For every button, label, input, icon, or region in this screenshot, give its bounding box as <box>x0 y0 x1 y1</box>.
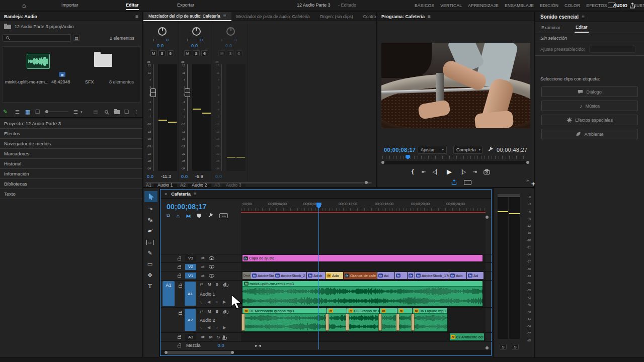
sort-icon[interactable]: ☰ <box>73 109 78 115</box>
program-mini-ruler[interactable] <box>382 156 529 159</box>
bin-item-folder[interactable]: SFX 8 elementos <box>73 48 139 101</box>
track-a2-lane[interactable]: fx01 Mezclando granos.mp3 fx fx03 Granos… <box>241 308 486 332</box>
workspace-efectos[interactable]: EFECTOS <box>583 3 610 8</box>
sync-lock-icon[interactable]: ⇄ <box>201 274 205 278</box>
tag-button-efectos[interactable]: Efectos especiales <box>541 115 638 125</box>
bin-item-audio[interactable]: ▦ mixkit-uplift-me-rem... 48:42048 <box>5 48 71 101</box>
mixer-scrollbar-knob[interactable] <box>365 181 368 184</box>
pen-tool[interactable]: ✎ <box>143 247 156 258</box>
nest-toggle-icon[interactable]: ⧉ <box>167 213 170 219</box>
program-tab[interactable]: Programa: Cafetería <box>381 14 425 19</box>
bin-filter-icon[interactable]: ▤ <box>73 35 80 41</box>
bin-panel-menu-icon[interactable]: ≡ <box>135 14 138 19</box>
voiceover-record-mic-icon[interactable] <box>223 335 225 339</box>
solo-button[interactable]: S <box>215 309 218 314</box>
tab-track-mixer[interactable]: Mezclador de pista de audio: Cafetería <box>231 12 315 21</box>
new-bin-icon[interactable] <box>114 110 120 114</box>
tab-examinar[interactable]: Examinar <box>541 25 560 30</box>
timeline-settings-wrench-icon[interactable] <box>207 213 213 219</box>
sync-lock-icon[interactable]: ⇄ <box>201 264 205 269</box>
menu-editar[interactable]: Editar <box>126 3 139 10</box>
mute-button[interactable]: M <box>150 50 157 56</box>
menu-exportar[interactable]: Exportar <box>177 3 194 8</box>
quick-export-icon[interactable] <box>629 2 636 9</box>
keyframe-toggle-icon[interactable]: ◦, <box>200 300 202 304</box>
voiceover-record-mic-icon[interactable] <box>224 283 226 286</box>
crossfade-transition[interactable] <box>411 314 415 331</box>
pan-knob[interactable] <box>158 27 167 36</box>
track-a3-lane[interactable]: fx 07 Ambiente del <box>241 333 486 341</box>
prev-keyframe-icon[interactable]: ◀ <box>207 325 210 330</box>
fader-handle[interactable] <box>185 88 190 97</box>
tag-button-ambiente[interactable]: Ambiente <box>541 129 638 139</box>
vscroll-knob-top[interactable] <box>486 216 489 219</box>
solo-right-button[interactable]: S <box>512 344 519 350</box>
rectangle-tool[interactable]: ▭ <box>143 258 156 269</box>
workspace-aprendizaje[interactable]: APRENDIZAJE <box>465 3 502 8</box>
slip-tool[interactable]: |↔| <box>143 236 156 247</box>
pan-value[interactable]: 0.0 <box>225 43 232 48</box>
thumbnail-view-icon[interactable]: ▦ <box>25 109 30 115</box>
add-keyframe-icon[interactable]: ○ <box>215 325 218 330</box>
play-button-icon[interactable]: ▶ <box>447 168 452 175</box>
transition-dissolve[interactable]: Disol <box>243 272 251 279</box>
track-a3-label[interactable]: A3 <box>185 334 196 340</box>
workspace-vertical[interactable]: VERTICAL <box>437 3 465 8</box>
timeline-tab-close-icon[interactable]: × <box>165 192 167 197</box>
clip-mixkit-audio[interactable]: fxmixkit-uplift-me-remix.mp3 <box>243 281 482 306</box>
solo-button[interactable]: S <box>193 50 200 56</box>
fader-track[interactable] <box>153 64 153 171</box>
track-v3-label[interactable]: V3 <box>185 255 196 261</box>
crossfade-transition[interactable] <box>346 314 349 331</box>
program-current-timecode[interactable]: 00;00;08;17 <box>384 147 416 153</box>
tab-source[interactable]: Origen: (sin clips) <box>315 12 358 21</box>
quick-export-blue-icon[interactable] <box>451 179 457 186</box>
timeline-hscroll-thumb[interactable] <box>167 351 232 354</box>
home-icon[interactable]: ⌂ <box>22 2 26 9</box>
keyframe-record-button[interactable]: ⊙ <box>235 50 243 56</box>
clip-audio[interactable]: fx <box>397 308 412 331</box>
linked-selection-icon[interactable]: ⧓ <box>186 213 191 219</box>
solo-left-button[interactable]: S <box>500 344 507 350</box>
crossfade-transition[interactable] <box>326 314 329 331</box>
clip-audio[interactable]: fx <box>380 308 397 331</box>
track-a1-lane[interactable]: fxmixkit-uplift-me-remix.mp3 <box>241 281 486 307</box>
zoom-slider[interactable] <box>46 112 68 112</box>
track-a1-label[interactable]: A1 <box>185 282 196 306</box>
sync-lock-icon[interactable]: ⇄ <box>200 309 203 314</box>
add-marker-icon[interactable] <box>197 214 201 218</box>
timeline-panel-menu-icon[interactable]: ≡ <box>194 191 197 197</box>
stacked-panel-tab[interactable]: Efectos <box>0 129 142 139</box>
pan-slider[interactable] <box>156 40 164 40</box>
fader-track[interactable] <box>221 64 222 171</box>
timeline-timecode[interactable]: 00;00;08;17 <box>167 203 207 211</box>
clip-adobestock[interactable]: fxAdob <box>307 272 325 279</box>
mix-level-value[interactable]: 0.0 <box>218 343 224 348</box>
toggle-output-eye-icon[interactable] <box>209 274 214 278</box>
pan-slider[interactable] <box>190 40 198 40</box>
lock-icon[interactable] <box>179 285 182 288</box>
clip-granos-audio[interactable]: fx03 Granos de c <box>347 308 379 331</box>
go-to-out-icon[interactable]: ⇥ <box>472 169 476 174</box>
go-to-in-icon[interactable]: ⇤ <box>422 169 426 174</box>
mute-button[interactable]: M <box>218 50 225 56</box>
mute-button[interactable]: M <box>208 282 211 287</box>
ripple-edit-tool[interactable]: ↹ <box>143 214 156 225</box>
program-more-icon[interactable]: » <box>526 178 529 183</box>
prev-keyframe-icon[interactable]: ◀ <box>207 300 210 304</box>
fader-track[interactable] <box>187 64 188 171</box>
sync-lock-icon[interactable]: ⇄ <box>201 256 205 260</box>
clip-ambiente[interactable]: fx 07 Ambiente del <box>450 333 484 340</box>
timeline-ruler[interactable]: ;00;00 00;00;04;00 00;00;08;00 00;00;12;… <box>241 201 486 212</box>
hscroll-knob-left[interactable] <box>165 351 168 354</box>
mixer-panel-menu-icon[interactable]: ≡ <box>223 13 226 19</box>
solo-button[interactable]: S <box>215 282 218 287</box>
stacked-panel-tab[interactable]: Navegador de medios <box>0 139 142 149</box>
clip-liquido[interactable]: fx06 Líquido.mp3 [ <box>413 308 447 331</box>
stacked-panel-tab[interactable]: Información <box>0 169 142 179</box>
menu-importar[interactable]: Importar <box>61 3 78 8</box>
solo-button[interactable]: S <box>217 335 219 339</box>
clip-yellow[interactable]: fxAdo <box>326 272 343 279</box>
find-icon[interactable] <box>104 110 110 115</box>
fader-handle[interactable] <box>150 88 156 97</box>
